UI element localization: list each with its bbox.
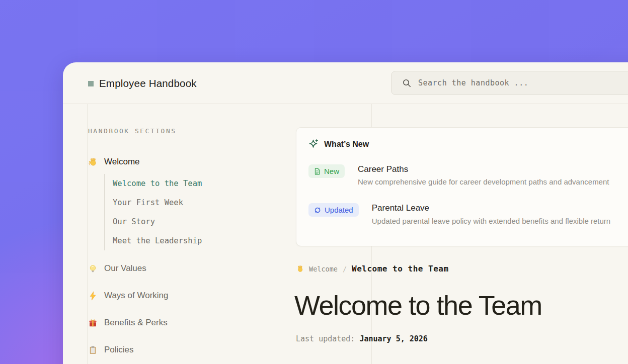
sidebar-subitem-welcome-to-the-team[interactable]: Welcome to the Team bbox=[113, 174, 202, 193]
news-item-description: Updated parental leave policy with exten… bbox=[372, 217, 610, 225]
app-logo[interactable]: Employee Handbook bbox=[88, 77, 197, 89]
gift-icon bbox=[88, 318, 98, 328]
lightning-bolt-icon bbox=[88, 291, 98, 301]
sidebar-item-benefits-perks[interactable]: Benefits & Perks bbox=[88, 317, 168, 329]
app-header: Employee Handbook Search the handbook ..… bbox=[63, 62, 628, 104]
logo-square-icon bbox=[88, 81, 94, 86]
whats-new-card: What’s New New Career Paths New comprehe… bbox=[296, 127, 628, 246]
search-icon bbox=[402, 78, 412, 88]
badge-label: Updated bbox=[325, 206, 353, 214]
sidebar-sublist-welcome: Welcome to the Team Your First Week Our … bbox=[104, 174, 202, 250]
waving-hand-icon bbox=[88, 157, 98, 167]
app-window: Employee Handbook Search the handbook ..… bbox=[63, 62, 628, 364]
sidebar-item-welcome[interactable]: Welcome bbox=[88, 156, 140, 168]
breadcrumb-current-page: Welcome to the Team bbox=[352, 264, 449, 274]
refresh-icon bbox=[314, 207, 321, 214]
sidebar-section-label: HANDBOOK SECTIONS bbox=[88, 127, 177, 135]
whats-new-title: What’s New bbox=[324, 140, 369, 149]
breadcrumb: Welcome / Welcome to the Team bbox=[296, 264, 449, 274]
whats-new-item-parental-leave[interactable]: Updated Parental Leave Updated parental … bbox=[308, 203, 628, 225]
page-title: Welcome to the Team bbox=[294, 290, 542, 321]
last-updated-value: January 5, 2026 bbox=[359, 334, 427, 343]
sidebar-item-label: Ways of Working bbox=[104, 291, 169, 301]
sidebar-item-policies[interactable]: Policies bbox=[88, 344, 134, 356]
sidebar-item-ways-of-working[interactable]: Ways of Working bbox=[88, 290, 169, 302]
sidebar-item-label: Our Values bbox=[104, 263, 146, 274]
sidebar-subitem-our-story[interactable]: Our Story bbox=[113, 212, 202, 231]
last-updated-label: Last updated: bbox=[296, 334, 355, 343]
clipboard-icon bbox=[88, 345, 98, 355]
news-item-body: Career Paths New comprehensive guide for… bbox=[358, 164, 609, 186]
sidebar-item-our-values[interactable]: Our Values bbox=[88, 262, 146, 275]
waving-hand-icon bbox=[296, 265, 304, 273]
sidebar-item-label: Benefits & Perks bbox=[104, 318, 168, 328]
document-icon bbox=[314, 168, 321, 175]
whats-new-item-career-paths[interactable]: New Career Paths New comprehensive guide… bbox=[308, 164, 628, 186]
whats-new-header: What’s New bbox=[308, 139, 628, 149]
sidebar-subitem-meet-the-leadership[interactable]: Meet the Leadership bbox=[113, 231, 202, 250]
search-input[interactable]: Search the handbook ... bbox=[391, 71, 628, 95]
news-item-body: Parental Leave Updated parental leave po… bbox=[372, 203, 610, 225]
light-bulb-icon bbox=[88, 264, 98, 274]
badge-label: New bbox=[324, 167, 339, 175]
app-title: Employee Handbook bbox=[99, 77, 197, 89]
sidebar-subitem-your-first-week[interactable]: Your First Week bbox=[113, 193, 202, 212]
breadcrumb-section-link[interactable]: Welcome bbox=[309, 265, 338, 273]
search-placeholder: Search the handbook ... bbox=[418, 78, 528, 87]
sidebar-item-label: Policies bbox=[104, 345, 134, 355]
sidebar-item-label: Welcome bbox=[104, 157, 140, 167]
updated-badge: Updated bbox=[308, 203, 359, 217]
news-item-title: Parental Leave bbox=[372, 203, 610, 213]
sidebar-left-rule bbox=[87, 104, 88, 364]
sparkle-icon bbox=[308, 139, 319, 149]
news-item-description: New comprehensive guide for career devel… bbox=[358, 177, 609, 186]
last-updated: Last updated: January 5, 2026 bbox=[296, 334, 428, 343]
new-badge: New bbox=[308, 164, 345, 178]
breadcrumb-separator: / bbox=[343, 265, 347, 273]
news-item-title: Career Paths bbox=[358, 164, 609, 174]
